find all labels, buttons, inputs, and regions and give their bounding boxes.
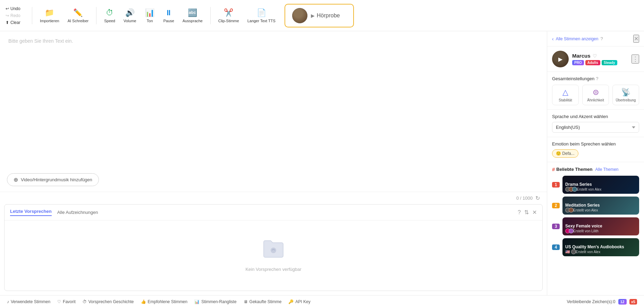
voice-avatar: ▶ <box>552 51 569 67</box>
ton-icon: 📊 <box>145 8 154 17</box>
language-section: Sprache und Akzent wählen English(US) <box>547 110 644 137</box>
ton-button[interactable]: 📊 Ton <box>141 6 159 25</box>
speed-icon: ⏱ <box>106 8 113 17</box>
pause-icon: ⏸ <box>165 8 172 17</box>
theme-avatar-s2 <box>569 228 574 233</box>
gekaufte-stimme-item[interactable]: 🖥 Gekaufte Stimme <box>244 299 282 304</box>
panel-close-button[interactable]: ✕ <box>532 209 537 216</box>
theme-card-drama: Drama Series Erstellt von Alex <box>562 176 639 194</box>
empfohlene-icon: 👍 <box>141 299 146 304</box>
theme-meta-text-drama: Erstellt von Alex <box>577 188 601 191</box>
hashtag-icon: # <box>552 166 555 172</box>
stabilitat-icon: △ <box>562 88 568 97</box>
undo-icon: ↩ <box>6 6 9 11</box>
chars-badge: 12 <box>618 299 627 305</box>
theme-content-drama: Drama Series Erstellt von Alex <box>565 182 601 192</box>
ai-schreiber-label: AI Schreiber <box>68 19 89 23</box>
theme-avatar-m2 <box>569 208 574 213</box>
themes-title-text: Beliebte Themen <box>556 167 592 172</box>
recent-tab[interactable]: Letzte Vorsprechen <box>10 209 52 216</box>
theme-list: 1 Drama Series <box>552 176 639 256</box>
refresh-icon[interactable]: ↻ <box>535 195 540 201</box>
ai-schreiber-icon: ✏️ <box>73 8 83 17</box>
volume-icon: 🔊 <box>125 8 135 17</box>
stimmen-rangliste-item[interactable]: 📊 Stimmen-Rangliste <box>194 299 236 304</box>
speed-label: Speed <box>104 19 115 23</box>
ai-schreiber-button[interactable]: ✏️ AI Schreiber <box>64 6 92 25</box>
voice-play-button[interactable]: ▶ <box>552 51 569 67</box>
settings-help-icon[interactable]: ? <box>596 76 598 81</box>
favorit-icon: ♡ <box>57 299 61 304</box>
sidebar-close-button[interactable]: ✕ <box>633 35 639 43</box>
collapse-sidebar-button[interactable]: ‹ <box>552 36 554 42</box>
ubertreibung-icon: 📡 <box>621 88 630 97</box>
speed-button[interactable]: ⏱ Speed <box>101 6 119 25</box>
ahnlichkeit-icon: ⊜ <box>593 88 599 97</box>
empfohlene-stimmen-item[interactable]: 👍 Empfohlene Stimmen <box>141 299 188 304</box>
add-media-button[interactable]: ⊕ Video/Hintergrundmusik hinzufügen <box>7 173 99 186</box>
theme-rank-3: 3 <box>552 224 560 229</box>
langer-text-tts-button[interactable]: 📄 Langer Text TTS <box>244 6 279 25</box>
all-recordings-tab[interactable]: Alle Aufzeichnungen <box>57 210 98 215</box>
theme-content-sexy: Sexy Female voice Erstellt von Lilith <box>565 224 602 233</box>
clear-button[interactable]: ⬆ Clear <box>4 19 25 26</box>
ubertreibung-item[interactable]: 📡 Übertreibung <box>612 85 639 105</box>
volume-button[interactable]: 🔊 Volume <box>120 6 140 25</box>
clear-icon: ⬆ <box>6 20 9 25</box>
theme-name-audiobooks: US Quality Men's Audiobooks <box>565 244 624 249</box>
horprobe-button[interactable]: ▶ Hörprobe <box>285 4 354 27</box>
empfohlene-stimmen-label: Empfohlene Stimmen <box>148 299 188 304</box>
settings-section: Gesamteinstellungen ? △ Stabilität ⊜ Ähn… <box>547 72 644 110</box>
theme-content-meditation: Meditation Series Erstellt von Alex <box>565 203 600 213</box>
importieren-label: Importieren <box>40 19 59 23</box>
aussprache-button[interactable]: 🔤 Aussprache <box>179 6 206 25</box>
back-link[interactable]: Alle Stimmen anzeigen <box>556 36 599 41</box>
stabilitat-item[interactable]: △ Stabilität <box>552 85 579 105</box>
empty-text: Kein Vorsprechen verfügbar <box>245 267 301 272</box>
theme-avatars-drama <box>565 187 576 192</box>
theme-meta-audiobooks: 🇺🇸 Erstellt von Alex <box>565 249 624 254</box>
language-select[interactable]: English(US) <box>552 122 639 133</box>
heart-icon[interactable]: ♡ <box>593 53 597 59</box>
favorit-label: Favorit <box>63 299 76 304</box>
emotion-button[interactable]: 🙂 Defa... <box>552 149 578 158</box>
panel-sort-button[interactable]: ⇅ <box>524 209 529 216</box>
bottom-bar-right: Verbleibende Zeichen(s):0 12 x5 <box>567 299 637 305</box>
ahnlichkeit-item[interactable]: ⊜ Ähnlichkeit <box>582 85 609 105</box>
theme-item-meditation[interactable]: 2 Meditation Series Erstellt von <box>552 197 639 215</box>
theme-avatar-a1 <box>571 249 576 254</box>
panel-actions: ? ⇅ ✕ <box>518 209 537 216</box>
importieren-button[interactable]: 📁 Importieren <box>36 6 63 25</box>
all-themes-link[interactable]: Alle Themen <box>595 167 618 172</box>
voice-badges: PRO Adults Steady <box>572 60 617 65</box>
panel-help-button[interactable]: ? <box>518 209 521 216</box>
gekaufte-stimme-label: Gekaufte Stimme <box>249 299 282 304</box>
voice-options-button[interactable]: ⋮ <box>632 55 639 64</box>
clip-stimme-button[interactable]: ✂️ Clip-Stimme <box>215 6 243 25</box>
voice-profile: ▶ Marcus ♡ PRO Adults Steady ⋮ <box>547 47 644 72</box>
emotion-section: Emotion beim Sprechen wählen 🙂 Defa... <box>547 137 644 162</box>
voice-name: Marcus <box>572 53 591 59</box>
theme-card-meditation: Meditation Series Erstellt von Alex <box>562 197 639 215</box>
horprobe-avatar <box>292 8 307 23</box>
langer-text-icon: 📄 <box>257 8 266 17</box>
favorit-item[interactable]: ♡ Favorit <box>57 299 76 304</box>
verwendete-stimmen-icon: ♪ <box>7 299 9 304</box>
sidebar-help-icon[interactable]: ? <box>600 36 603 41</box>
theme-item-drama[interactable]: 1 Drama Series <box>552 176 639 194</box>
pause-button[interactable]: ⏸ Pause <box>160 6 178 25</box>
theme-item-audiobooks[interactable]: 4 US Quality Men's Audiobooks 🇺🇸 E <box>552 238 639 256</box>
api-key-item[interactable]: 🔑 API Key <box>288 299 310 304</box>
ahnlichkeit-label: Ähnlichkeit <box>587 98 604 102</box>
theme-avatars-meditation <box>565 208 572 213</box>
settings-icons: △ Stabilität ⊜ Ähnlichkeit 📡 Übertreibun… <box>552 85 639 105</box>
vorsprechen-geschichte-label: Vorsprechen Geschichte <box>88 299 134 304</box>
aussprache-icon: 🔤 <box>188 8 197 17</box>
verwendete-stimmen-item[interactable]: ♪ Verwendete Stimmen <box>7 299 50 304</box>
vorsprechen-geschichte-item[interactable]: ⏱ Vorsprechen Geschichte <box>83 299 134 304</box>
avatar-image <box>292 8 307 23</box>
redo-button[interactable]: ↪ Redo <box>4 13 25 19</box>
undo-button[interactable]: ↩ Undo <box>4 6 25 12</box>
theme-name-sexy: Sexy Female voice <box>565 224 602 228</box>
theme-item-sexy[interactable]: 3 Sexy Female voice Erstellt von <box>552 217 639 235</box>
